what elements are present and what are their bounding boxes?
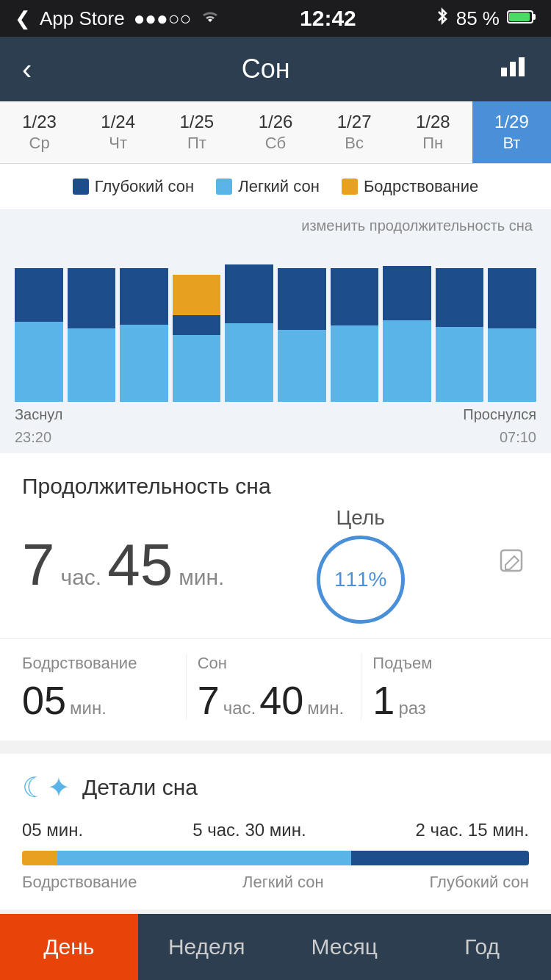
light-time: 5 час. 30 мин. — [192, 820, 306, 840]
svg-rect-2 — [509, 12, 530, 21]
wake-stat-value: 05 мин. — [22, 680, 179, 720]
chart-icon[interactable] — [500, 54, 529, 84]
sleep-bar-light — [57, 851, 351, 865]
rise-stat-value: 1 раз — [372, 680, 529, 720]
date-day-0: 1/23 — [0, 112, 79, 132]
chart-labels: Заснул Проснулся — [15, 402, 536, 429]
sleep-bar-labels: Бодрствование Легкий сон Глубокий сон — [22, 873, 529, 892]
date-day-2: 1/25 — [157, 112, 236, 132]
sleep-hours-unit: час. — [223, 698, 256, 718]
date-tab-6[interactable]: 1/29Вт — [472, 101, 551, 163]
sleep-stat-label: Сон — [198, 654, 354, 673]
date-weekday-2: Пт — [157, 134, 236, 153]
minutes-num: 45 — [107, 536, 173, 594]
back-button[interactable]: ‹ — [22, 53, 32, 86]
svg-rect-5 — [519, 57, 525, 76]
wake-stat-label: Бодрствование — [22, 654, 179, 673]
signal-dots: ●●●○○ — [134, 7, 192, 30]
bar-deep-8 — [436, 268, 484, 327]
date-weekday-1: Чт — [79, 134, 157, 153]
chart-times: 23:20 07:10 — [15, 429, 536, 453]
tab-bar: ДеньНеделяМесяцГод — [0, 914, 551, 980]
sleep-details-header: ☾✦ Детали сна — [22, 771, 529, 804]
tab-неделя[interactable]: Неделя — [138, 914, 276, 980]
hours-num: 7 — [22, 536, 55, 594]
legend-wake-label: Бодрствование — [364, 177, 478, 196]
deep-time: 2 час. 15 мин. — [416, 820, 529, 840]
sleep-bar-wake — [22, 851, 57, 865]
bar-light-2 — [120, 325, 168, 402]
legend-light-dot — [216, 179, 232, 195]
rise-num: 1 — [372, 680, 395, 720]
tab-год[interactable]: Год — [414, 914, 552, 980]
bar-group-0 — [15, 240, 63, 402]
wifi-icon — [200, 7, 220, 30]
tab-месяц[interactable]: Месяц — [276, 914, 414, 980]
svg-rect-3 — [501, 68, 507, 76]
bar-deep-9 — [488, 268, 536, 328]
bar-deep-5 — [278, 268, 326, 330]
bar-light-4 — [225, 323, 273, 402]
bar-group-3 — [173, 240, 221, 402]
bar-light-9 — [488, 328, 536, 402]
bar-deep-1 — [68, 268, 116, 328]
stats-title: Продолжительность сна — [22, 474, 529, 499]
wake-bar-label: Бодрствование — [22, 873, 137, 892]
detail-stats: Бодрствование 05 мин. Сон 7 час. 40 мин.… — [0, 638, 551, 741]
bar-light-3 — [173, 335, 221, 402]
date-tab-1[interactable]: 1/24Чт — [79, 101, 157, 163]
back-arrow-status: ❮ — [15, 7, 31, 30]
change-duration-link[interactable]: изменить продолжительность сна — [15, 217, 536, 234]
bar-deep-0 — [15, 268, 63, 322]
legend-deep: Глубокий сон — [73, 177, 195, 196]
moon-icon: ☾✦ — [22, 771, 71, 804]
bar-group-4 — [225, 240, 273, 402]
date-weekday-4: Вс — [315, 134, 394, 153]
sleep-minutes: 40 — [259, 680, 303, 720]
sleep-bar-deep — [351, 851, 529, 865]
sleep-stat-value: 7 час. 40 мин. — [198, 680, 354, 720]
bar-wake-3 — [173, 275, 221, 315]
svg-rect-1 — [533, 14, 536, 20]
legend-light-label: Легкий сон — [238, 177, 320, 196]
sleep-time-row: 05 мин. 5 час. 30 мин. 2 час. 15 мин. — [22, 820, 529, 840]
light-bar-label: Легкий сон — [242, 873, 324, 892]
bar-light-6 — [331, 325, 379, 402]
bar-group-9 — [488, 240, 536, 402]
edit-button[interactable] — [497, 546, 529, 585]
tab-день[interactable]: День — [0, 914, 138, 980]
date-day-5: 1/28 — [394, 112, 472, 132]
bar-group-1 — [68, 240, 116, 402]
svg-rect-4 — [510, 62, 516, 76]
legend: Глубокий сон Легкий сон Бодрствование — [0, 164, 551, 210]
date-tab-4[interactable]: 1/27Вс — [315, 101, 394, 163]
date-weekday-5: Пн — [394, 134, 472, 153]
main-stats: Продолжительность сна 7 час. 45 мин. Цел… — [0, 453, 551, 638]
bar-light-5 — [278, 330, 326, 402]
page-title: Сон — [242, 54, 290, 84]
wake-num: 05 — [22, 680, 66, 720]
sleep-stat: Сон 7 час. 40 мин. — [187, 654, 362, 720]
legend-deep-label: Глубокий сон — [95, 177, 195, 196]
bar-group-5 — [278, 240, 326, 402]
bar-deep-7 — [383, 266, 431, 321]
bar-deep-2 — [120, 268, 168, 325]
bar-group-8 — [436, 240, 484, 402]
carrier-label: App Store — [40, 7, 125, 30]
goal-container: Цель 111% — [317, 506, 405, 624]
date-tab-3[interactable]: 1/26Сб — [236, 101, 314, 163]
rise-stat: Подъем 1 раз — [361, 654, 529, 720]
date-day-6: 1/29 — [472, 112, 551, 132]
goal-circle: 111% — [317, 536, 405, 624]
bar-deep-3 — [173, 315, 221, 335]
date-tab-2[interactable]: 1/25Пт — [157, 101, 236, 163]
goal-label: Цель — [317, 506, 405, 530]
status-time: 12:42 — [300, 6, 356, 31]
date-selector: 1/23Ср1/24Чт1/25Пт1/26Сб1/27Вс1/28Пн1/29… — [0, 101, 551, 164]
date-tab-5[interactable]: 1/28Пн — [394, 101, 472, 163]
nav-bar: ‹ Сон — [0, 37, 551, 101]
bar-deep-4 — [225, 264, 273, 323]
date-tab-0[interactable]: 1/23Ср — [0, 101, 79, 163]
status-bar: ❮ App Store ●●●○○ 12:42 85 % — [0, 0, 551, 37]
battery-label: 85 % — [456, 7, 500, 30]
